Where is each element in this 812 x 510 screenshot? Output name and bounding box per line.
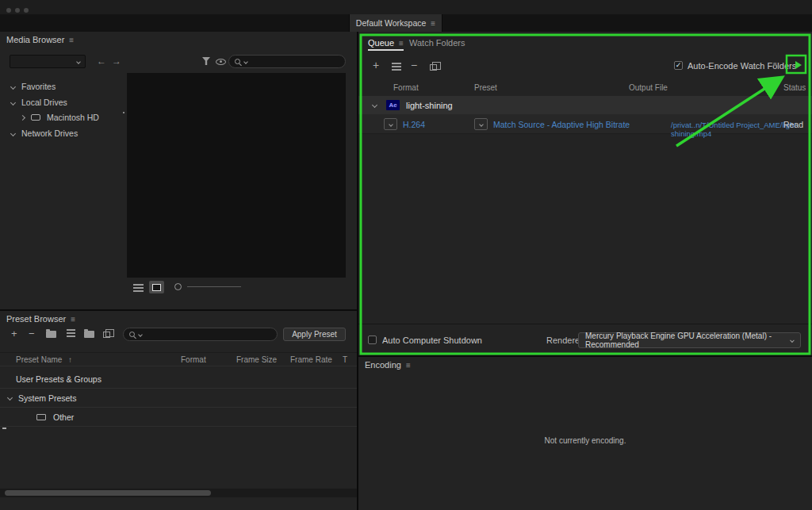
chevron-down-icon bbox=[479, 122, 484, 127]
chevron-down-icon[interactable] bbox=[372, 102, 377, 108]
preset-row-label: System Presets bbox=[18, 393, 77, 403]
filter-icon[interactable] bbox=[202, 57, 210, 65]
monitor-icon bbox=[36, 414, 46, 420]
window-zoom-button[interactable] bbox=[24, 8, 29, 13]
queue-column-status: Status bbox=[783, 83, 806, 92]
sort-ascending-icon[interactable]: ↑ bbox=[68, 355, 72, 364]
search-icon bbox=[235, 59, 240, 64]
chevron-down-icon[interactable] bbox=[10, 99, 16, 105]
media-search-input[interactable] bbox=[228, 55, 346, 68]
queue-group-name: light-shining bbox=[406, 101, 453, 110]
panel-menu-icon[interactable]: ≡ bbox=[399, 39, 404, 48]
tab-watch-folders[interactable]: Watch Folders bbox=[409, 38, 465, 48]
panel-menu-icon[interactable]: ≡ bbox=[69, 36, 74, 44]
thumbnail-size-slider-track[interactable] bbox=[187, 286, 241, 287]
preset-dropdown[interactable] bbox=[474, 118, 488, 130]
preset-row-user-presets[interactable]: User Presets & Groups bbox=[0, 370, 357, 389]
queue-item-row[interactable]: H.264 Match Source - Adaptive High Bitra… bbox=[358, 114, 812, 134]
workspace-menu-icon[interactable]: ≡ bbox=[431, 19, 435, 28]
auto-encode-checkbox[interactable]: ✓ bbox=[674, 61, 683, 70]
queue-column-preset: Preset bbox=[474, 83, 497, 92]
renderer-dropdown[interactable]: Mercury Playback Engine GPU Acceleration… bbox=[578, 332, 801, 348]
media-browser-title: Media Browser bbox=[6, 35, 64, 44]
tree-item-label: Favorites bbox=[21, 82, 56, 91]
tree-item-favorites[interactable]: Favorites bbox=[0, 79, 125, 94]
queue-group-row[interactable]: Ae light-shining bbox=[358, 96, 812, 114]
chevron-down-icon bbox=[389, 122, 393, 127]
remove-source-button[interactable]: − bbox=[411, 60, 417, 71]
chevron-down-icon[interactable] bbox=[10, 83, 16, 89]
auto-shutdown-checkbox[interactable] bbox=[368, 336, 377, 344]
tree-item-label: Macintosh HD bbox=[47, 113, 99, 122]
format-dropdown[interactable] bbox=[384, 118, 397, 130]
window-minimize-button[interactable] bbox=[15, 8, 20, 13]
back-button[interactable]: ← bbox=[97, 56, 106, 66]
export-preset-icon[interactable] bbox=[103, 332, 110, 338]
chevron-down-icon bbox=[138, 332, 143, 337]
media-preview-area bbox=[127, 73, 346, 278]
horizontal-scrollbar-track[interactable] bbox=[0, 489, 357, 497]
thumbnail-size-slider-handle[interactable] bbox=[174, 283, 182, 290]
add-source-button[interactable]: + bbox=[373, 60, 379, 71]
new-preset-button[interactable]: + bbox=[11, 328, 17, 339]
horizontal-scrollbar-thumb[interactable] bbox=[5, 490, 211, 496]
window-close-button[interactable] bbox=[6, 8, 11, 13]
encoding-empty-message: Not currently encoding. bbox=[358, 436, 812, 445]
preset-link[interactable]: Match Source - Adaptive High Bitrate bbox=[493, 120, 630, 129]
column-frame-size[interactable]: Frame Size bbox=[236, 355, 277, 364]
workspace-tab-default[interactable]: Default Workspace ≡ bbox=[349, 14, 442, 32]
chevron-down-icon bbox=[76, 59, 81, 64]
preset-row-label: Other bbox=[53, 412, 74, 422]
tree-item-macintosh-hd[interactable]: Macintosh HD bbox=[0, 110, 125, 125]
renderer-value: Mercury Playback Engine GPU Acceleration… bbox=[585, 332, 791, 349]
thumbnail-view-icon[interactable] bbox=[149, 281, 164, 293]
workspace-tab-label: Default Workspace bbox=[356, 18, 427, 28]
tab-watch-folders-label: Watch Folders bbox=[409, 38, 465, 48]
preset-settings-icon[interactable] bbox=[67, 329, 75, 331]
column-preset-name[interactable]: Preset Name bbox=[16, 355, 62, 364]
auto-encode-label: Auto-Encode Watch Folders bbox=[688, 61, 796, 71]
queue-column-output-file: Output File bbox=[629, 83, 668, 92]
queue-item-status: Read bbox=[783, 120, 803, 129]
forward-button[interactable]: → bbox=[112, 56, 121, 66]
tree-item-local-drives[interactable]: Local Drives bbox=[0, 95, 125, 109]
play-icon bbox=[795, 61, 802, 69]
preset-browser-title: Preset Browser bbox=[6, 314, 66, 324]
column-target[interactable]: T bbox=[343, 355, 347, 364]
window-controls bbox=[6, 5, 33, 14]
new-preset-group-icon[interactable] bbox=[46, 331, 56, 338]
tree-item-network-drives[interactable]: Network Drives bbox=[0, 126, 125, 140]
preset-row-label: User Presets & Groups bbox=[16, 374, 102, 384]
search-icon bbox=[129, 332, 135, 337]
duplicate-icon[interactable] bbox=[430, 64, 437, 71]
tab-queue[interactable]: Queue ≡ bbox=[368, 38, 404, 48]
media-source-dropdown[interactable] bbox=[10, 55, 86, 68]
workspace-tabstrip: Default Workspace ≡ bbox=[0, 14, 812, 32]
preset-row-other[interactable]: Other bbox=[0, 408, 357, 427]
delete-preset-button[interactable]: − bbox=[29, 328, 35, 339]
thumbnail-glyph bbox=[152, 284, 161, 291]
hard-drive-icon bbox=[31, 114, 40, 121]
column-format[interactable]: Format bbox=[181, 355, 206, 364]
chevron-right-icon[interactable] bbox=[20, 114, 25, 120]
list-view-icon[interactable] bbox=[133, 284, 144, 286]
column-frame-rate[interactable]: Frame Rate bbox=[290, 355, 332, 364]
preset-search-input[interactable] bbox=[123, 328, 278, 341]
stop-queue-icon[interactable]: ■ bbox=[773, 60, 777, 67]
add-output-icon[interactable] bbox=[392, 63, 401, 64]
import-preset-icon[interactable] bbox=[84, 331, 94, 338]
chevron-down-icon[interactable] bbox=[7, 395, 13, 401]
start-queue-button[interactable] bbox=[791, 59, 805, 71]
panel-menu-icon[interactable]: ≡ bbox=[71, 315, 75, 324]
chevron-down-icon bbox=[791, 338, 795, 342]
encoding-header: Encoding ≡ bbox=[365, 360, 411, 370]
apply-preset-button[interactable]: Apply Preset bbox=[283, 328, 346, 341]
tab-queue-label: Queue bbox=[368, 38, 394, 48]
media-browser-panel: Media Browser ≡ ← → Favorites Local Driv… bbox=[0, 32, 357, 309]
tree-item-label: Network Drives bbox=[21, 128, 78, 138]
preset-row-system-presets[interactable]: System Presets bbox=[0, 389, 357, 408]
panel-menu-icon[interactable]: ≡ bbox=[406, 361, 411, 370]
display-settings-icon[interactable] bbox=[216, 59, 226, 65]
format-link[interactable]: H.264 bbox=[403, 120, 425, 129]
chevron-down-icon[interactable] bbox=[10, 130, 16, 136]
